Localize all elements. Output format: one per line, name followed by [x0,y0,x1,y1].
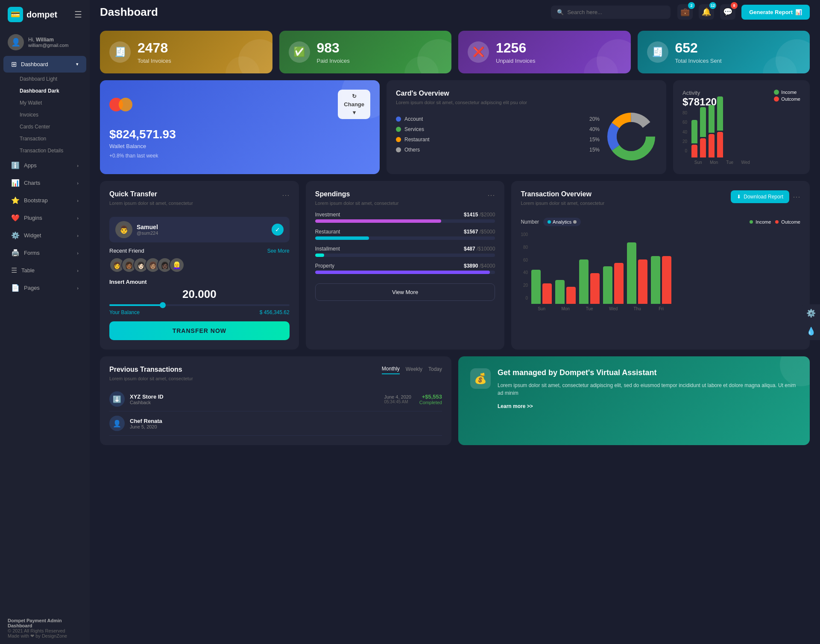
outcome-legend: Outcome [774,96,800,102]
tab-weekly[interactable]: Weekly [406,366,422,374]
quick-transfer-menu-icon[interactable]: ⋯ [282,190,290,200]
settings-side-button[interactable]: ⚙️ [802,304,820,322]
side-buttons: ⚙️ 💧 [802,304,820,340]
hamburger-icon[interactable]: ☰ [74,9,82,20]
sub-transaction-details[interactable]: Transaction Details [0,145,90,157]
nav-widget[interactable]: ⚙️ Widget › [3,227,86,244]
theme-side-button[interactable]: 💧 [802,322,820,340]
prev-tx-title: Previous Transactions [109,366,193,373]
stat-card-unpaid-invoices: ❌ 1256 Unpaid Invoices [458,31,631,73]
wallet-change: +0.8% than last week [109,153,370,159]
prev-tx-subtitle: Lorem ipsum dolor sit amet, consectetur [109,376,193,381]
sub-invoices[interactable]: Invoices [0,109,90,121]
briefcase-button[interactable]: 💼 2 [677,4,693,20]
friend-avatars: 👩 👩🏾 👩🏻 👩🏽 👩🏿 👱‍♀️ [109,257,290,273]
sub-my-wallet[interactable]: My Wallet [0,97,90,109]
transaction-overview-title: Transaction Overview [521,190,604,198]
search-input[interactable] [567,9,665,15]
chevron-right-icon: › [77,163,79,168]
income-filter-legend: Income [750,219,771,224]
legend-services: Services 40% [396,126,600,132]
chevron-right-icon5: › [77,233,79,238]
contact-row: 👨 Samuel @sum224 ✓ [109,217,290,242]
sub-cards-center[interactable]: Cards Center [0,121,90,133]
transaction-overview-subtitle: Lorem ipsum dolor sit amet, consectetur [521,201,604,206]
big-bar-mon [555,280,576,304]
tab-monthly[interactable]: Monthly [382,366,400,374]
dashboard-submenu: Dashboard Light Dashboard Dark My Wallet… [0,73,90,157]
view-more-button[interactable]: View More [315,283,495,301]
tab-today[interactable]: Today [428,366,442,374]
x-labels-big: Sun Mon Tue Wed Thu Fri [531,306,800,311]
see-more-link[interactable]: See More [267,248,290,254]
mastercard-right-circle [119,98,132,111]
briefcase-badge: 2 [688,2,695,9]
filter-number-label: Number [521,219,539,225]
paid-invoices-icon: ✅ [289,41,310,63]
sub-transaction[interactable]: Transaction [0,133,90,145]
stat-cards-row: 🧾 2478 Total Invoices ✅ 983 Paid Invoice… [100,31,810,73]
va-learn-more-link[interactable]: Learn more >> [498,403,533,409]
nav-bootstrap[interactable]: ⭐ Bootstrap › [3,192,86,209]
chevron-right-icon2: › [77,181,79,186]
bell-button[interactable]: 🔔 12 [699,4,714,20]
sent-invoices-label: Total Invoices Sent [675,58,722,64]
tue-outcome-bar [709,134,715,157]
spending-restaurant: Restaurant $1567 /$5000 [315,229,495,240]
transaction-bar-chart [531,236,800,304]
paid-invoices-label: Paid Invoices [317,58,350,64]
nav-pages[interactable]: 📄 Pages › [3,280,86,296]
dashboard-icon: ⊞ [11,60,17,68]
paid-invoices-number: 983 [317,40,350,56]
unpaid-invoices-icon: ❌ [468,41,489,63]
content-area: 🧾 2478 Total Invoices ✅ 983 Paid Invoice… [90,24,820,644]
unpaid-invoices-number: 1256 [496,40,536,56]
nav-plugins[interactable]: ❤️ Plugins › [3,210,86,226]
bar-labels: Sun Mon Tue Wed [691,160,800,165]
nav-apps[interactable]: ℹ️ Apps › [3,157,86,174]
wed-outcome-bar [717,132,723,157]
transfer-now-button[interactable]: TRANSFER NOW [109,321,290,340]
va-icon: 💰 [470,368,491,389]
contact-name: Samuel [137,224,158,230]
legend-others: Others 15% [396,147,600,153]
spending-property: Property $3890 /$4000 [315,263,495,274]
tx-row-xyz: ⬇️ XYZ Store ID Cashback June 4, 2020 05… [109,387,442,411]
activity-label: Activity [682,90,717,96]
nav-forms[interactable]: 🖨️ Forms › [3,245,86,261]
virtual-assistant-card: 💰 Get managed by Dompet's Virtual Assist… [458,356,810,445]
activity-bar-chart [691,115,800,157]
legend-account: Account 20% [396,116,600,122]
spendings-menu-icon[interactable]: ⋯ [487,190,495,200]
check-icon: ✓ [272,224,284,236]
bootstrap-icon: ⭐ [11,196,20,204]
nav-table[interactable]: ☰ Table › [3,262,86,279]
pages-icon: 📄 [11,284,20,292]
mon-outcome-bar [700,138,706,157]
bar-group-sun [691,120,697,157]
big-bar-wed [603,263,624,304]
apps-icon: ℹ️ [11,161,20,169]
transaction-overview-menu-icon[interactable]: ⋯ [793,192,800,201]
sent-invoices-icon: 🧾 [647,41,668,63]
username: William [36,37,54,43]
amount-slider[interactable] [109,304,290,306]
nav-charts[interactable]: 📊 Charts › [3,175,86,191]
chart-bar-icon: 📊 [795,9,802,15]
table-icon: ☰ [11,266,17,274]
sub-dashboard-light[interactable]: Dashboard Light [0,73,90,85]
transaction-overview-card: Transaction Overview Lorem ipsum dolor s… [511,181,810,350]
chat-badge: 8 [731,2,738,9]
cards-overview-subtitle: Lorem ipsum dolor sit amet, consectetur … [396,100,657,105]
tx-row-chef: 👤 Chef Renata June 5, 2020 [109,411,442,436]
nav-dashboard[interactable]: ⊞ Dashboard ▾ [3,56,86,73]
download-report-button[interactable]: ⬇ Download Report [731,190,789,203]
generate-report-button[interactable]: Generate Report 📊 [741,5,810,20]
activity-section: Activity $78120 Income Outcome [673,80,810,174]
analytics-toggle[interactable]: Analytics [543,218,581,226]
chat-button[interactable]: 💬 8 [720,4,735,20]
sub-dashboard-dark[interactable]: Dashboard Dark [0,85,90,97]
quick-transfer-card: Quick Transfer Lorem ipsum dolor sit ame… [100,181,299,350]
unpaid-invoices-label: Unpaid Invoices [496,58,536,64]
page-title: Dashboard [100,6,544,19]
